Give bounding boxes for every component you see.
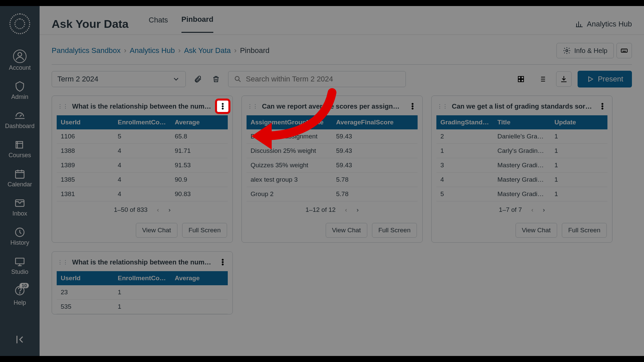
trash-icon	[212, 75, 220, 83]
svg-rect-10	[518, 76, 521, 79]
grid-icon	[517, 75, 525, 83]
pager: 1–50 of 833 ‹ ›	[52, 201, 232, 218]
column-header: UserId	[57, 271, 114, 285]
nav-label: Inbox	[12, 210, 27, 217]
table-row: Big number assignment59.43	[247, 129, 418, 144]
view-chat-button[interactable]: View Chat	[326, 223, 367, 238]
analytics-hub-link[interactable]: Analytics Hub	[575, 20, 632, 28]
column-header: Title	[493, 115, 550, 129]
drag-handle-icon[interactable]: ⋮⋮	[247, 103, 258, 110]
svg-rect-8	[621, 49, 627, 52]
card-menu-button[interactable]	[217, 256, 228, 268]
pager-next[interactable]: ›	[357, 206, 359, 214]
column-header: GradingStandardId	[436, 115, 493, 129]
drag-handle-icon[interactable]: ⋮⋮	[437, 103, 448, 110]
collapse-nav-icon[interactable]	[14, 334, 25, 347]
svg-point-16	[222, 108, 223, 109]
pager-next[interactable]: ›	[168, 206, 170, 214]
column-header: AssignmentGroupName	[247, 115, 332, 129]
help-badge: 10	[19, 283, 29, 288]
nav-studio[interactable]: Studio	[0, 252, 40, 280]
svg-point-25	[222, 264, 223, 265]
drag-handle-icon[interactable]: ⋮⋮	[57, 259, 68, 265]
present-button[interactable]: Present	[578, 71, 632, 87]
paperclip-icon	[194, 75, 202, 83]
nav-label: Help	[13, 299, 26, 306]
table-row: 5351	[57, 300, 228, 314]
column-header: AverageFinalScore	[332, 115, 418, 129]
svg-rect-1	[15, 171, 24, 178]
full-screen-button[interactable]: Full Screen	[372, 223, 417, 238]
pinboard-search[interactable]	[228, 71, 406, 87]
pinboard-toolbar: Term 2 2024	[40, 65, 644, 94]
svg-point-20	[602, 103, 603, 105]
pager-prev[interactable]: ‹	[157, 206, 159, 214]
pinboard-card: ⋮⋮ Can we report average scores per assi…	[241, 96, 423, 243]
pager: 1–12 of 12 ‹ ›	[242, 201, 422, 218]
term-selector[interactable]: Term 2 2024	[52, 71, 186, 87]
pager-prev[interactable]: ‹	[531, 206, 533, 214]
nav-history[interactable]: History	[0, 223, 40, 250]
card-title: What is the relationship between the num…	[72, 258, 213, 266]
nav-admin[interactable]: Admin	[0, 77, 40, 105]
full-screen-button[interactable]: Full Screen	[182, 223, 227, 238]
svg-point-0	[18, 53, 21, 56]
keyboard-shortcuts-button[interactable]	[616, 43, 632, 58]
attach-button[interactable]	[192, 73, 204, 85]
delete-button[interactable]	[210, 73, 222, 85]
card-title: Can we report average scores per assignm…	[262, 103, 403, 110]
keyboard-icon	[620, 47, 628, 55]
pager-next[interactable]: ›	[543, 206, 545, 214]
crumb-analytics-hub[interactable]: Analytics Hub	[130, 46, 175, 55]
info-help-button[interactable]: Info & Help	[556, 43, 614, 58]
column-header: Average	[171, 115, 228, 129]
pager-range: 1–12 of 12	[306, 206, 336, 214]
list-view-button[interactable]	[535, 71, 550, 87]
nav-account[interactable]: Account	[0, 46, 40, 75]
download-button[interactable]	[556, 71, 572, 87]
table-row: 2Danielle's Grading Scheme1	[436, 129, 607, 144]
gear-icon	[563, 47, 571, 55]
card-menu-button[interactable]	[597, 101, 608, 112]
nav-label: Admin	[11, 94, 28, 101]
column-header: EnrollmentCount	[114, 115, 171, 129]
nav-label: History	[10, 239, 29, 246]
nav-inbox[interactable]: Inbox	[0, 193, 40, 221]
view-chat-button[interactable]: View Chat	[516, 223, 557, 238]
drag-handle-icon[interactable]: ⋮⋮	[57, 103, 68, 110]
pager: 1–7 of 7 ‹ ›	[432, 201, 612, 218]
pager-prev[interactable]: ‹	[345, 206, 347, 214]
nav-calendar[interactable]: Calendar	[0, 164, 40, 192]
crumb-ask-your-data[interactable]: Ask Your Data	[184, 46, 231, 55]
svg-point-23	[222, 259, 223, 260]
tab-pinboard[interactable]: Pinboard	[181, 15, 213, 33]
search-input[interactable]	[246, 75, 400, 83]
column-header: Average	[171, 271, 228, 285]
table-row: 1388491.71	[57, 144, 228, 158]
nav-courses[interactable]: Courses	[0, 135, 40, 163]
column-header: EnrollmentCount	[114, 271, 171, 285]
tab-chats[interactable]: Chats	[149, 16, 168, 33]
nav-dashboard[interactable]: Dashboard	[0, 106, 40, 134]
pinboard-card: ⋮⋮ Can we get a list of grading standard…	[431, 96, 612, 243]
svg-point-7	[566, 50, 568, 52]
pager-range: 1–50 of 833	[114, 206, 147, 214]
pinboard-cards: ⋮⋮ What is the relationship between the …	[40, 94, 644, 326]
svg-rect-12	[518, 79, 521, 82]
crumb-current: Pinboard	[240, 46, 269, 55]
grid-view-button[interactable]	[513, 71, 529, 87]
table-row: 3Mastery Grading Scheme1	[436, 158, 607, 173]
kebab-icon	[409, 102, 417, 110]
table-row: 1381490.83	[57, 187, 228, 201]
view-chat-button[interactable]: View Chat	[136, 223, 177, 238]
svg-point-24	[222, 261, 223, 263]
crumb-sandbox[interactable]: Pandalytics Sandbox	[52, 46, 120, 55]
nav-label: Account	[9, 64, 31, 71]
card-menu-button[interactable]	[407, 101, 418, 112]
table-row: Quizzes 35% weight59.43	[247, 158, 418, 173]
nav-help[interactable]: 10 Help	[0, 281, 40, 310]
full-screen-button[interactable]: Full Screen	[562, 223, 607, 238]
svg-point-18	[412, 106, 413, 107]
card-menu-button[interactable]	[217, 101, 228, 112]
list-icon	[538, 75, 546, 83]
